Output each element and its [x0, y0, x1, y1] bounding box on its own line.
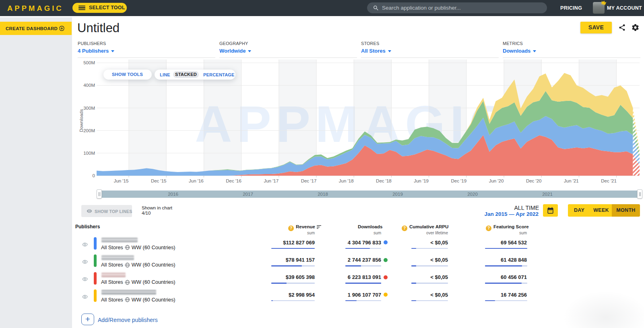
svg-text:Dec '17: Dec '17 [301, 178, 317, 183]
svg-text:Jun '16: Jun '16 [189, 178, 204, 183]
svg-text:Dec '15: Dec '15 [151, 178, 167, 183]
svg-text:Jun '20: Jun '20 [489, 178, 504, 183]
svg-text:Jun '17: Jun '17 [264, 178, 279, 183]
svg-text:500M: 500M [83, 60, 95, 65]
svg-text:Dec '16: Dec '16 [226, 178, 242, 183]
svg-text:Jun '21: Jun '21 [564, 178, 579, 183]
svg-text:Jun '19: Jun '19 [414, 178, 429, 183]
svg-text:Dec '18: Dec '18 [376, 178, 392, 183]
svg-text:400M: 400M [83, 83, 95, 88]
svg-text:Jun '15: Jun '15 [114, 178, 129, 183]
svg-text:Dec '19: Dec '19 [451, 178, 466, 183]
svg-text:Dec '20: Dec '20 [526, 178, 542, 183]
svg-text:200M: 200M [83, 128, 95, 133]
svg-text:0: 0 [93, 173, 95, 178]
svg-text:300M: 300M [83, 106, 95, 111]
svg-text:Dec '21: Dec '21 [601, 178, 617, 183]
svg-text:Jun '18: Jun '18 [339, 178, 354, 183]
svg-text:Downloads: Downloads [79, 109, 84, 132]
svg-text:100M: 100M [83, 151, 95, 156]
